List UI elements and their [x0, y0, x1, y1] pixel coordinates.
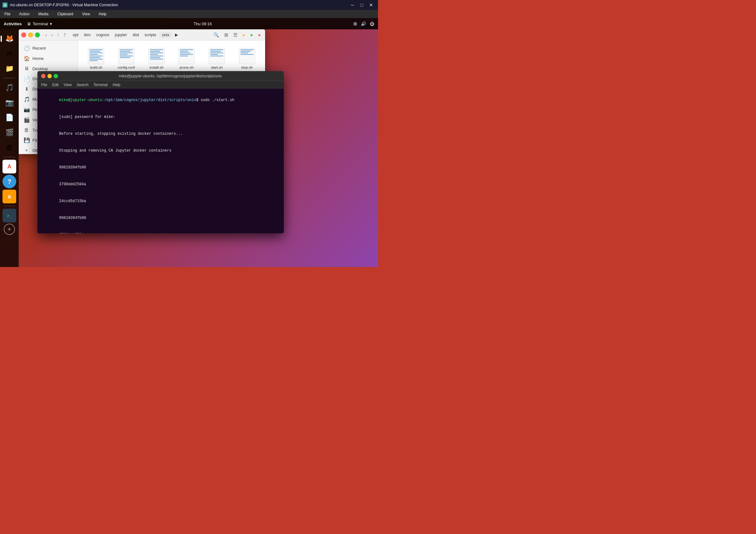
- dock-firefox[interactable]: 🦊: [3, 32, 16, 45]
- dock-amazon[interactable]: a: [3, 190, 16, 203]
- terminal-line-hash5: 3708ddd2504a: [41, 227, 280, 233]
- fm-crumb-unix[interactable]: unix: [159, 32, 172, 38]
- file-config-conf[interactable]: config.conf: [113, 45, 140, 72]
- dock-music[interactable]: 🎵: [3, 81, 16, 94]
- fm-crumb-ibm[interactable]: ibm: [81, 32, 93, 38]
- file-start-sh[interactable]: start.sh: [204, 45, 230, 72]
- term-menu-help[interactable]: Help: [113, 83, 121, 87]
- fm-toolbar-right: 🔍 ⊞ ☰ ● ● ●: [211, 31, 263, 39]
- file-name-build: build.sh: [90, 66, 103, 69]
- term-menu-search[interactable]: Search: [77, 83, 89, 87]
- dock-trash[interactable]: 🗑: [3, 141, 16, 154]
- file-prune-sh[interactable]: prune.sh: [174, 45, 200, 72]
- terminal-body[interactable]: mike@jupyter-ubuntu:/opt/ibm/cognos/jupy…: [38, 89, 284, 233]
- menu-clipboard[interactable]: Clipboard: [55, 11, 75, 17]
- dock-writer[interactable]: 📄: [3, 111, 16, 124]
- dropdown-icon: ▾: [50, 21, 52, 26]
- sidebar-home-label: Home: [33, 56, 44, 61]
- file-icon-build: [88, 48, 104, 64]
- file-icon-install: [148, 48, 165, 64]
- sidebar-item-home[interactable]: 🏠 Home: [19, 53, 78, 64]
- fm-crumb-scripts[interactable]: scripts: [142, 32, 159, 38]
- terminal-line-hash3: 24ccd5d715ba: [41, 193, 280, 210]
- terminal-line-hash2: 3708ddd2504a: [41, 176, 280, 193]
- trash-icon: 🗑: [24, 127, 29, 133]
- menu-action[interactable]: Action: [17, 11, 31, 17]
- fm-maximize-button[interactable]: [35, 33, 40, 38]
- ubuntu-dock: 🦊 ✉ 📁 🎵 📷 📄 🎬 🗑 A ? a >_ +: [0, 29, 19, 267]
- file-name-install: install.sh: [149, 66, 163, 69]
- fm-reload-button[interactable]: ⤴: [62, 31, 68, 39]
- windows-menubar: File Action Media Clipboard View Help: [0, 10, 378, 18]
- fm-up-button[interactable]: ↑: [55, 31, 61, 39]
- file-stop-sh[interactable]: stop.sh: [233, 45, 260, 72]
- fm-crumb-opt[interactable]: opt: [70, 32, 81, 38]
- maximize-button[interactable]: □: [357, 2, 366, 9]
- desktop-icon: 🖥: [24, 66, 29, 71]
- file-install-sh[interactable]: install.sh: [143, 45, 170, 72]
- dock-files[interactable]: 📁: [3, 62, 16, 75]
- downloads-icon: ⬇: [24, 86, 29, 92]
- videos-icon: 🎬: [24, 117, 29, 123]
- topbar-right: ⊞ 🔊 ⏻: [353, 21, 374, 26]
- sidebar-item-recent[interactable]: 🕐 Recent: [19, 43, 78, 53]
- term-menu-file[interactable]: File: [41, 83, 47, 87]
- terminal-minimize-button[interactable]: [47, 74, 52, 78]
- fm-forward-button[interactable]: ›: [50, 31, 55, 39]
- dock-add-button[interactable]: +: [4, 224, 15, 235]
- terminal-path-1: :/opt/ibm/cognos/jupyter/dist/scripts/un…: [102, 98, 196, 102]
- dock-terminal[interactable]: >_: [3, 209, 16, 223]
- fm-close-win-btn[interactable]: ●: [256, 31, 263, 39]
- menu-media[interactable]: Media: [37, 11, 50, 17]
- fm-grid-view-button[interactable]: ⊞: [222, 31, 230, 39]
- fm-back-button[interactable]: ‹: [44, 31, 49, 39]
- file-icon-start: [209, 48, 225, 64]
- dock-mail[interactable]: ✉: [3, 47, 16, 61]
- terminal-cmd-1: $ sudo ./start.sh: [196, 98, 234, 102]
- terminal-window-controls: [41, 74, 58, 78]
- windows-titlebar: 🖥 mz-ubuntu on DESKTOP-FJFGP60 - Virtual…: [0, 0, 378, 10]
- activities-button[interactable]: Activities: [4, 21, 22, 26]
- terminal-line-hash1: 99810394fb90: [41, 159, 280, 176]
- term-menu-terminal[interactable]: Terminal: [94, 83, 108, 87]
- power-icon[interactable]: ⏻: [370, 21, 374, 26]
- dock-camera[interactable]: 📷: [3, 96, 16, 110]
- fm-restore-win-btn[interactable]: ●: [248, 31, 255, 39]
- clock-text: Thu 09:16: [194, 21, 212, 26]
- fm-min-win-btn[interactable]: ●: [240, 31, 247, 39]
- terminal-window: mike@jupyter-ubuntu: /opt/ibm/cognos/jup…: [38, 71, 284, 233]
- menu-file[interactable]: File: [3, 11, 12, 17]
- dock-help[interactable]: ?: [3, 175, 16, 188]
- menu-view[interactable]: View: [80, 11, 92, 17]
- fm-minimize-button[interactable]: [28, 33, 33, 38]
- dock-videos[interactable]: 🎬: [3, 126, 16, 140]
- fm-search-button[interactable]: 🔍: [211, 31, 221, 39]
- volume-icon[interactable]: 🔊: [361, 21, 366, 26]
- terminal-close-button[interactable]: [41, 74, 45, 78]
- app-name-button[interactable]: 🖥 Terminal ▾: [27, 21, 52, 26]
- fm-crumb-more[interactable]: ▶: [173, 32, 180, 38]
- dock-separator-2: [4, 157, 15, 157]
- dock-font[interactable]: A: [3, 160, 16, 174]
- menu-help[interactable]: Help: [97, 11, 109, 17]
- fm-list-view-button[interactable]: ☰: [231, 31, 239, 39]
- sidebar-recent-label: Recent: [33, 46, 46, 50]
- file-icon-stop: [239, 48, 255, 64]
- documents-icon: 📄: [24, 76, 29, 82]
- terminal-maximize-button[interactable]: [54, 74, 58, 78]
- fm-crumb-dist[interactable]: dist: [130, 32, 141, 38]
- fm-crumb-jupyter[interactable]: jupyter: [112, 32, 129, 38]
- minimize-button[interactable]: ─: [348, 2, 357, 9]
- home-icon: 🏠: [24, 56, 29, 62]
- terminal-menubar: File Edit View Search Terminal Help: [38, 81, 284, 89]
- term-menu-edit[interactable]: Edit: [52, 83, 59, 87]
- fm-crumb-cognos[interactable]: cognos: [94, 32, 112, 38]
- terminal-titlebar: mike@jupyter-ubuntu: /opt/ibm/cognos/jup…: [38, 71, 284, 81]
- term-menu-view[interactable]: View: [64, 83, 72, 87]
- close-button[interactable]: ✕: [367, 2, 375, 9]
- floppy-icon: 💾: [24, 137, 29, 143]
- fm-close-button[interactable]: [21, 33, 26, 38]
- file-icon-prune: [178, 48, 195, 64]
- file-build-sh[interactable]: build.sh: [83, 45, 109, 72]
- grid-icon[interactable]: ⊞: [353, 21, 357, 26]
